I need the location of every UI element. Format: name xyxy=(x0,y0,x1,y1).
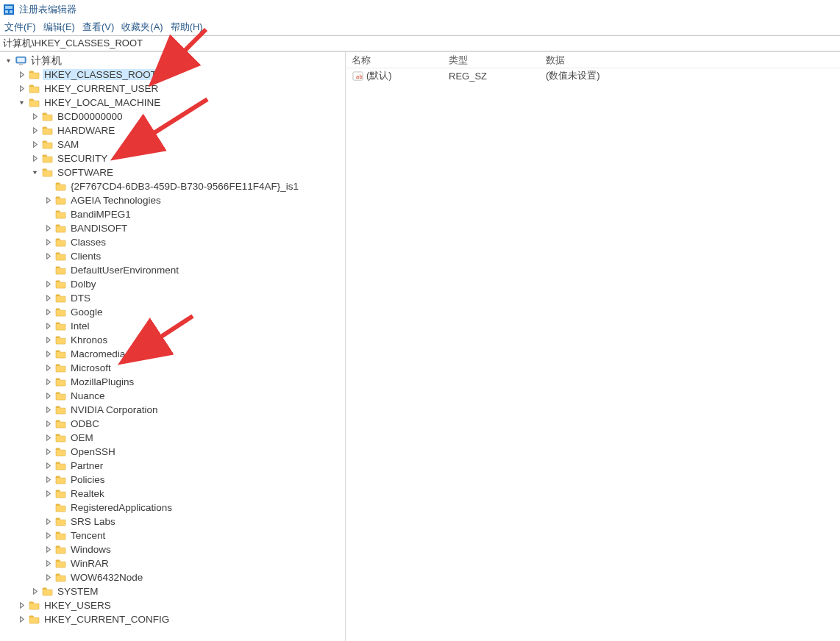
list-row[interactable]: ab (默认)REG_SZ(数值未设置) xyxy=(346,68,840,83)
tree-item-2-4-8[interactable]: DTS xyxy=(0,291,345,305)
chevron-down-icon[interactable] xyxy=(29,168,40,178)
chevron-right-icon[interactable] xyxy=(43,419,53,429)
folder-icon xyxy=(54,432,66,444)
tree-item-2-4-0[interactable]: {2F767CD4-6DB3-459D-B730-9566FE11F4AF}_i… xyxy=(0,179,345,193)
chevron-right-icon[interactable] xyxy=(43,335,53,345)
tree-item-2-2[interactable]: SAM xyxy=(0,137,345,151)
tree-item-2-4-18[interactable]: OEM xyxy=(0,431,345,445)
tree-item-2-4-28[interactable]: WOW6432Node xyxy=(0,570,345,584)
menu-favorites[interactable]: 收藏夹(A) xyxy=(121,21,163,34)
tree-item-2[interactable]: HKEY_LOCAL_MACHINE xyxy=(0,96,345,110)
chevron-right-icon[interactable] xyxy=(29,112,40,122)
chevron-right-icon[interactable] xyxy=(43,391,53,401)
menu-file[interactable]: 文件(F) xyxy=(4,21,36,34)
chevron-right-icon[interactable] xyxy=(43,377,53,387)
chevron-right-icon[interactable] xyxy=(43,489,53,499)
menu-edit[interactable]: 编辑(E) xyxy=(43,21,75,34)
tree-item-3[interactable]: HKEY_USERS xyxy=(0,598,345,612)
chevron-right-icon[interactable] xyxy=(16,615,26,625)
tree-item-1[interactable]: HKEY_CURRENT_USER xyxy=(0,82,345,96)
chevron-right-icon[interactable] xyxy=(43,223,53,234)
tree-item-2-4-2[interactable]: BandiMPEG1 xyxy=(0,207,345,221)
tree-item-2-4-6[interactable]: DefaultUserEnvironment xyxy=(0,263,345,277)
menu-help[interactable]: 帮助(H) xyxy=(171,21,203,34)
chevron-right-icon[interactable] xyxy=(29,587,40,597)
col-header-type[interactable]: 类型 xyxy=(443,54,540,67)
chevron-right-icon[interactable] xyxy=(43,307,53,318)
menu-view[interactable]: 查看(V) xyxy=(82,21,114,34)
tree-panel[interactable]: 计算机 HKEY_CLASSES_ROOT HKEY_CURRENT_USER … xyxy=(0,52,346,641)
tree-item-0[interactable]: HKEY_CLASSES_ROOT xyxy=(0,68,345,82)
tree-item-2-4-22[interactable]: Realtek xyxy=(0,487,345,501)
chevron-right-icon[interactable] xyxy=(29,154,40,164)
address-text: 计算机\HKEY_CLASSES_ROOT xyxy=(3,37,143,50)
chevron-right-icon[interactable] xyxy=(29,126,40,136)
chevron-down-icon[interactable] xyxy=(16,98,26,108)
tree-item-2-0[interactable]: BCD00000000 xyxy=(0,110,345,123)
folder-icon xyxy=(54,460,66,472)
tree-item-2-3[interactable]: SECURITY xyxy=(0,151,345,165)
chevron-right-icon[interactable] xyxy=(16,70,26,80)
tree-item-2-1[interactable]: HARDWARE xyxy=(0,123,345,137)
tree-item-label: BANDISOFT xyxy=(69,223,129,234)
chevron-right-icon[interactable] xyxy=(16,601,26,611)
value-list-panel[interactable]: 名称 类型 数据 ab (默认)REG_SZ(数值未设置) xyxy=(346,52,840,641)
folder-icon xyxy=(41,139,53,151)
tree-item-2-4-5[interactable]: Clients xyxy=(0,249,345,263)
folder-icon xyxy=(41,111,53,123)
tree-item-2-4-25[interactable]: Tencent xyxy=(0,529,345,542)
tree-item-2-5[interactable]: SYSTEM xyxy=(0,584,345,598)
chevron-down-icon[interactable] xyxy=(3,56,13,66)
chevron-right-icon[interactable] xyxy=(43,559,53,569)
chevron-right-icon[interactable] xyxy=(43,461,53,471)
chevron-right-icon[interactable] xyxy=(16,84,26,94)
tree-item-2-4-3[interactable]: BANDISOFT xyxy=(0,221,345,235)
chevron-right-icon[interactable] xyxy=(43,573,53,583)
chevron-right-icon[interactable] xyxy=(43,349,53,359)
chevron-right-icon[interactable] xyxy=(43,433,53,443)
tree-item-label: SYSTEM xyxy=(56,586,100,597)
tree-item-2-4-26[interactable]: Windows xyxy=(0,542,345,556)
chevron-right-icon[interactable] xyxy=(43,405,53,415)
tree-item-2-4-27[interactable]: WinRAR xyxy=(0,556,345,570)
chevron-right-icon[interactable] xyxy=(43,517,53,527)
tree-item-2-4-9[interactable]: Google xyxy=(0,305,345,319)
address-bar[interactable]: 计算机\HKEY_CLASSES_ROOT xyxy=(0,35,840,51)
tree-item-2-4-11[interactable]: Khronos xyxy=(0,333,345,347)
tree-item-2-4-13[interactable]: Microsoft xyxy=(0,361,345,375)
tree-item-2-4-19[interactable]: OpenSSH xyxy=(0,445,345,459)
tree-item-4[interactable]: HKEY_CURRENT_CONFIG xyxy=(0,612,345,626)
tree-item-2-4-21[interactable]: Policies xyxy=(0,473,345,487)
tree-root[interactable]: 计算机 xyxy=(0,54,345,68)
chevron-right-icon[interactable] xyxy=(43,279,53,290)
tree-item-2-4[interactable]: SOFTWARE xyxy=(0,165,345,179)
tree-item-2-4-7[interactable]: Dolby xyxy=(0,277,345,291)
tree-item-2-4-14[interactable]: MozillaPlugins xyxy=(0,375,345,389)
chevron-right-icon[interactable] xyxy=(43,531,53,541)
col-header-name[interactable]: 名称 xyxy=(346,54,443,67)
chevron-right-icon[interactable] xyxy=(43,251,53,262)
chevron-right-icon[interactable] xyxy=(43,237,53,248)
chevron-right-icon[interactable] xyxy=(43,321,53,332)
tree-item-2-4-20[interactable]: Partner xyxy=(0,459,345,473)
tree-item-2-4-17[interactable]: ODBC xyxy=(0,417,345,431)
chevron-right-icon[interactable] xyxy=(43,475,53,485)
tree-item-2-4-12[interactable]: Macromedia xyxy=(0,347,345,361)
chevron-right-icon[interactable] xyxy=(43,293,53,304)
chevron-right-icon[interactable] xyxy=(43,363,53,373)
svg-rect-6 xyxy=(18,63,23,65)
tree-item-2-4-10[interactable]: Intel xyxy=(0,319,345,333)
folder-icon xyxy=(28,83,40,95)
tree-item-2-4-16[interactable]: NVIDIA Corporation xyxy=(0,403,345,417)
chevron-right-icon[interactable] xyxy=(43,545,53,555)
tree-item-label: Windows xyxy=(69,544,113,555)
col-header-data[interactable]: 数据 xyxy=(540,54,840,67)
tree-item-2-4-4[interactable]: Classes xyxy=(0,235,345,249)
chevron-right-icon[interactable] xyxy=(43,196,53,206)
tree-item-2-4-15[interactable]: Nuance xyxy=(0,389,345,403)
tree-item-2-4-24[interactable]: SRS Labs xyxy=(0,515,345,529)
chevron-right-icon[interactable] xyxy=(29,140,40,150)
chevron-right-icon[interactable] xyxy=(43,447,53,457)
tree-item-2-4-1[interactable]: AGEIA Technologies xyxy=(0,193,345,207)
tree-item-2-4-23[interactable]: RegisteredApplications xyxy=(0,501,345,515)
